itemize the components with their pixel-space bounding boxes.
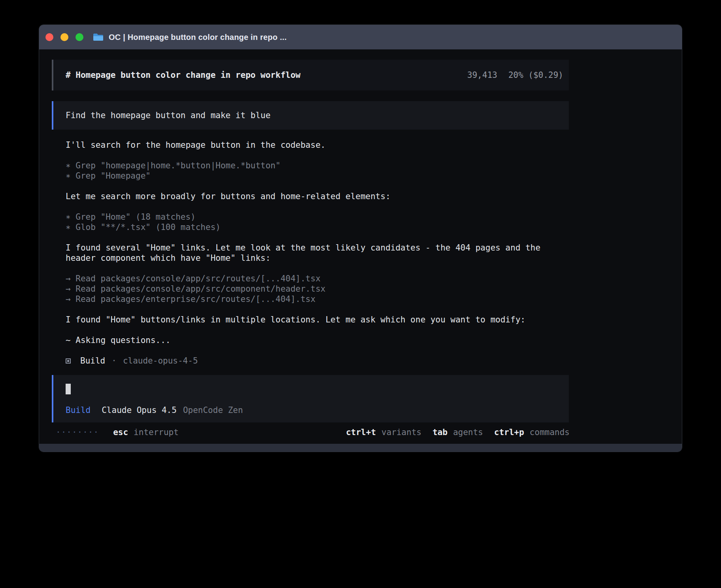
status-bar: ········ esc interrupt ctrl+t variants t… (52, 427, 570, 437)
zoom-button[interactable] (75, 33, 83, 41)
session-stats: 39,413 20% ($0.29) (467, 70, 563, 80)
close-button[interactable] (45, 33, 53, 41)
tool-call: ∗ Grep "Homepage" (66, 171, 556, 181)
tool-call-group: → Read packages/console/app/src/routes/[… (66, 273, 556, 304)
traffic-lights (45, 33, 83, 41)
assistant-transcript: I'll search for the homepage button in t… (66, 140, 556, 366)
agent-model: claude-opus-4-5 (123, 356, 198, 366)
model-name: Claude Opus 4.5 (102, 405, 177, 415)
tool-call: ∗ Glob "**/*.tsx" (100 matches) (66, 222, 556, 232)
status-left: ········ esc interrupt (52, 427, 179, 437)
hint-label: commands (530, 427, 570, 437)
session-title: # Homepage button color change in repo w… (66, 70, 300, 80)
user-message-text: Find the homepage button and make it blu… (66, 111, 270, 120)
session-header: # Homepage button color change in repo w… (52, 60, 569, 90)
agent-name: Build (80, 356, 105, 366)
model-provider: OpenCode Zen (183, 405, 243, 415)
token-count: 39,413 (467, 70, 497, 80)
hint-agents: tab agents (432, 427, 483, 437)
status-right: ctrl+t variants tab agents ctrl+p comman… (346, 427, 570, 437)
assistant-text: Let me search more broadly for buttons a… (66, 191, 556, 202)
tool-call: → Read packages/enterprise/src/routes/[.… (66, 294, 556, 304)
hint-key: ctrl+t (346, 427, 376, 437)
folder-icon (93, 33, 104, 41)
hint-commands: ctrl+p commands (494, 427, 570, 437)
assistant-text: ~ Asking questions... (66, 335, 556, 345)
assistant-text: I'll search for the homepage button in t… (66, 140, 556, 150)
user-message: Find the homepage button and make it blu… (52, 101, 569, 130)
text-cursor (66, 384, 71, 394)
tool-call-group: ∗ Grep "homepage|home.*button|Home.*butt… (66, 160, 556, 181)
esc-key-hint: esc (113, 427, 128, 437)
agent-separator: · (111, 356, 117, 366)
window-title: OC | Homepage button color change in rep… (109, 33, 287, 42)
terminal-content: # Homepage button color change in repo w… (39, 49, 682, 444)
agent-icon (66, 358, 71, 364)
hint-label: variants (381, 427, 421, 437)
tool-call: ∗ Grep "Home" (18 matches) (66, 212, 556, 222)
agent-status: Build · claude-opus-4-5 (66, 356, 556, 366)
esc-key-label: interrupt (134, 427, 179, 437)
tool-call: → Read packages/console/app/src/componen… (66, 284, 556, 294)
assistant-text: I found several "Home" links. Let me loo… (66, 243, 556, 263)
input-mode-row: Build Claude Opus 4.5 OpenCode Zen (66, 405, 569, 415)
window-titlebar[interactable]: OC | Homepage button color change in rep… (39, 25, 682, 49)
hint-key: ctrl+p (494, 427, 524, 437)
window-bottom-edge (39, 444, 682, 452)
agent-mode: Build (66, 405, 91, 415)
prompt-input[interactable]: Build Claude Opus 4.5 OpenCode Zen (52, 375, 569, 422)
tool-call-group: ∗ Grep "Home" (18 matches) ∗ Glob "**/*.… (66, 212, 556, 232)
assistant-text: I found "Home" buttons/links in multiple… (66, 315, 556, 325)
terminal-window: OC | Homepage button color change in rep… (39, 24, 682, 452)
tool-call: ∗ Grep "homepage|home.*button|Home.*butt… (66, 160, 556, 171)
activity-dots: ········ (56, 427, 99, 437)
hint-variants: ctrl+t variants (346, 427, 421, 437)
tool-call: → Read packages/console/app/src/routes/[… (66, 273, 556, 284)
hint-label: agents (453, 427, 483, 437)
hint-key: tab (432, 427, 447, 437)
context-usage: 20% ($0.29) (508, 70, 563, 80)
minimize-button[interactable] (60, 33, 68, 41)
